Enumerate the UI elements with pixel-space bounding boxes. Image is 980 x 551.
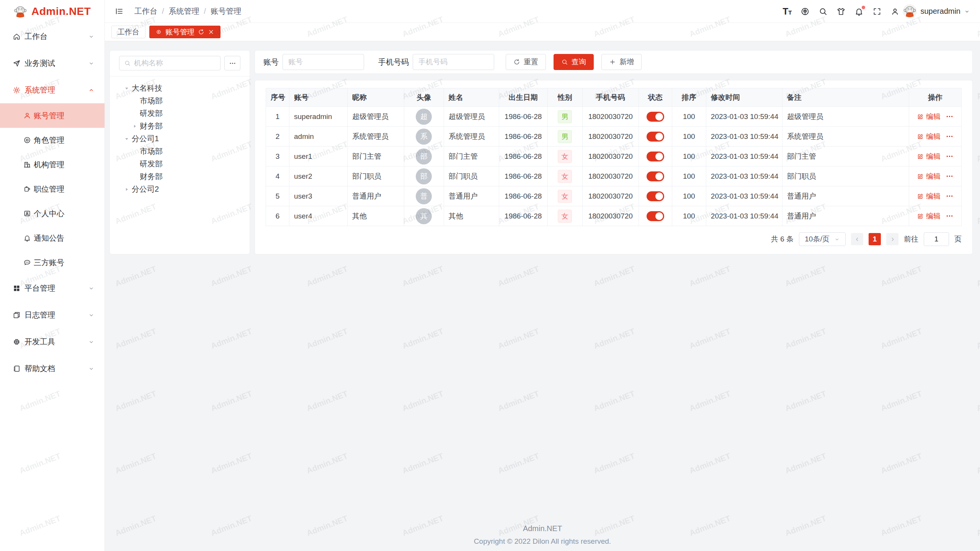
edit-button[interactable]: 编辑: [917, 211, 941, 221]
phone-filter-input[interactable]: [413, 54, 494, 70]
page-size-select[interactable]: 10条/页: [799, 232, 846, 246]
tree-node[interactable]: 分公司1: [110, 132, 250, 145]
status-toggle[interactable]: [647, 211, 664, 221]
edit-icon: [917, 213, 924, 220]
prev-page-button[interactable]: [851, 233, 863, 245]
sidebar-item-log-mgmt[interactable]: 日志管理: [0, 302, 105, 328]
more-actions-icon[interactable]: [946, 152, 954, 160]
sidebar-item-system-mgmt[interactable]: 系统管理: [0, 77, 105, 103]
status-toggle[interactable]: [647, 112, 664, 122]
more-actions-icon[interactable]: [946, 172, 954, 180]
search-button[interactable]: 查询: [554, 54, 594, 70]
cell-gender: 女: [547, 166, 582, 186]
org-search-input[interactable]: [134, 59, 216, 67]
sidebar-item-role-mgmt[interactable]: 角色管理: [0, 128, 105, 152]
profile-icon[interactable]: [890, 7, 900, 16]
sidebar-item-help-docs[interactable]: 帮助文档: [0, 355, 105, 382]
sidebar-item-personal-center[interactable]: 个人中心: [0, 201, 105, 226]
cell-gender: 女: [547, 186, 582, 206]
sidebar-item-platform-mgmt[interactable]: 平台管理: [0, 275, 105, 302]
edit-button[interactable]: 编辑: [917, 171, 941, 181]
edit-button[interactable]: 编辑: [917, 132, 941, 142]
col-phone: 手机号码: [582, 88, 639, 107]
cell-account: user2: [289, 166, 348, 186]
search-icon[interactable]: [818, 7, 828, 16]
tree-node[interactable]: 财务部: [110, 120, 250, 132]
status-toggle[interactable]: [647, 191, 664, 201]
cell-modified: 2023-01-03 10:59:44: [706, 107, 782, 127]
avatar: 其: [416, 208, 432, 224]
more-actions-icon[interactable]: [946, 212, 954, 220]
tree-node-label: 市场部: [140, 146, 163, 156]
tree-node[interactable]: 财务部: [110, 170, 250, 183]
tab-bar: 工作台账号管理: [105, 23, 980, 41]
cell-account: user1: [289, 147, 348, 166]
cell-avatar: 普: [404, 186, 444, 206]
tab-refresh-icon[interactable]: [198, 29, 204, 35]
sidebar-item-label: 账号管理: [34, 111, 95, 121]
top-header: 工作台/系统管理/账号管理 TT superadmin: [105, 0, 980, 23]
fullscreen-icon[interactable]: [872, 7, 882, 16]
tree-node[interactable]: 研发部: [110, 158, 250, 170]
status-toggle[interactable]: [647, 132, 664, 142]
more-actions-icon[interactable]: [946, 192, 954, 200]
next-page-button[interactable]: [886, 233, 898, 245]
col-index: 序号: [266, 88, 289, 107]
table-row: 2admin系统管理员系系统管理员1986-06-28男180200307201…: [266, 127, 962, 147]
edit-button[interactable]: 编辑: [917, 152, 941, 161]
font-size-icon[interactable]: TT: [782, 7, 792, 16]
sidebar-item-third-party-account[interactable]: 三方账号: [0, 250, 105, 275]
status-toggle[interactable]: [647, 152, 664, 161]
sidebar-item-account-mgmt[interactable]: 账号管理: [0, 103, 105, 128]
user-menu[interactable]: superadmin: [903, 4, 970, 18]
sidebar-item-org-mgmt[interactable]: 机构管理: [0, 152, 105, 177]
tab-close-icon[interactable]: [208, 29, 214, 35]
tree-node[interactable]: 大名科技: [110, 82, 250, 95]
cell-name: 超级管理员: [444, 107, 499, 127]
tab-account-mgmt[interactable]: 账号管理: [149, 26, 220, 38]
gender-badge: 男: [558, 110, 572, 123]
breadcrumb-item[interactable]: 系统管理: [169, 6, 199, 16]
cell-remark: 普通用户: [782, 186, 909, 206]
avatar: 系: [416, 129, 432, 145]
breadcrumb-separator: /: [162, 7, 164, 16]
breadcrumb-item[interactable]: 工作台: [134, 6, 157, 16]
sidebar-item-business-test[interactable]: 业务测试: [0, 50, 105, 77]
col-modified: 修改时间: [706, 88, 782, 107]
language-icon[interactable]: [800, 7, 810, 16]
chevron-left-icon: [854, 236, 860, 242]
goto-page-input[interactable]: [924, 232, 949, 246]
sidebar-item-label: 帮助文档: [24, 364, 88, 374]
status-toggle[interactable]: [647, 171, 664, 181]
edit-icon: [917, 133, 924, 140]
org-more-button[interactable]: [224, 56, 240, 70]
sidebar-menu: 工作台业务测试系统管理账号管理角色管理机构管理职位管理个人中心通知公告三方账号平…: [0, 23, 105, 382]
tree-node-label: 市场部: [140, 96, 163, 106]
sidebar-item-workbench[interactable]: 工作台: [0, 23, 105, 50]
reset-button[interactable]: 重置: [506, 54, 546, 70]
cell-remark: 系统管理员: [782, 127, 909, 147]
edit-button[interactable]: 编辑: [917, 112, 941, 122]
collapse-menu-icon[interactable]: [115, 7, 124, 16]
edit-button[interactable]: 编辑: [917, 191, 941, 201]
tree-node[interactable]: 市场部: [110, 95, 250, 107]
org-search-row: [110, 51, 250, 76]
breadcrumb-item[interactable]: 账号管理: [211, 6, 241, 16]
account-filter-input[interactable]: [283, 54, 364, 70]
tree-node[interactable]: 市场部: [110, 145, 250, 158]
tab-workbench[interactable]: 工作台: [111, 26, 145, 38]
tree-node[interactable]: 分公司2: [110, 183, 250, 196]
sidebar-item-position-mgmt[interactable]: 职位管理: [0, 177, 105, 201]
sidebar-item-notice[interactable]: 通知公告: [0, 226, 105, 250]
notification-icon[interactable]: [854, 7, 864, 16]
username: superadmin: [920, 7, 960, 16]
current-page-button[interactable]: 1: [869, 233, 881, 245]
more-actions-icon[interactable]: [946, 112, 954, 121]
add-button[interactable]: 新增: [601, 54, 642, 70]
theme-icon[interactable]: [836, 7, 846, 16]
row-actions: 编辑: [914, 211, 957, 221]
more-actions-icon[interactable]: [946, 132, 954, 140]
chat-icon: [23, 259, 31, 266]
tree-node[interactable]: 研发部: [110, 107, 250, 120]
sidebar-item-dev-tools[interactable]: 开发工具: [0, 328, 105, 355]
